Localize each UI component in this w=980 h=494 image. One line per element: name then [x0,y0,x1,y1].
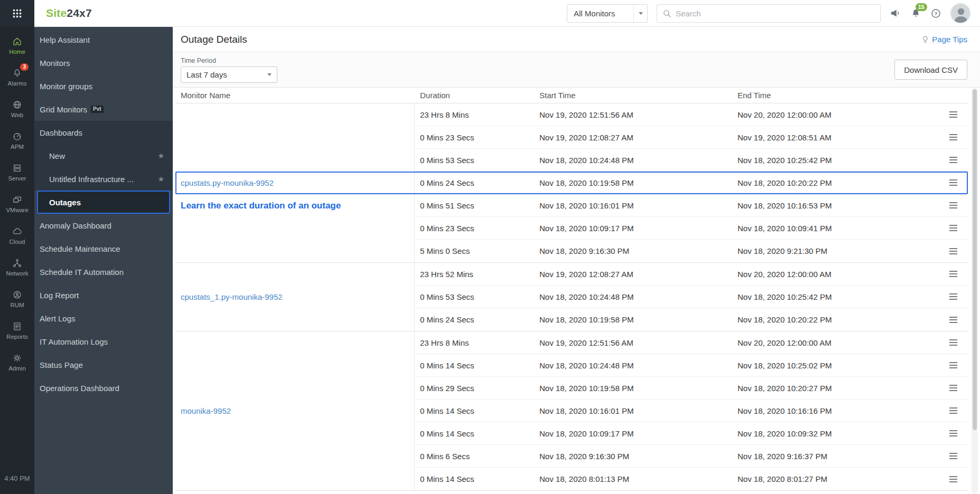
sidebar-item-label: IT Automation Logs [40,337,108,346]
row-menu-button[interactable] [949,246,957,256]
row-menu-button[interactable] [949,429,957,438]
end-time-cell: Nov 18, 2020 9:16:37 PM [732,452,930,461]
row-menu-cell [930,474,968,484]
row-menu-button[interactable] [949,223,957,233]
icon-rail: Home3AlarmsWebAPMServerVMwareCloudNetwor… [0,27,34,494]
rail-item-web[interactable]: Web [0,93,34,125]
row-menu-button[interactable] [949,338,957,347]
monitor-group-cpustats-py-mounika-9952: cpustats.py-mounika-995223 Hrs 8 MinsNov… [175,103,968,263]
monitor-filter-dropdown[interactable]: All Monitors [567,4,648,23]
rail-item-reports[interactable]: Reports [0,315,34,346]
start-time-cell: Nov 19, 2020 12:51:56 AM [534,110,732,119]
row-menu-cell [930,155,968,165]
row-menu-cell [930,110,968,119]
sidebar-item-untitled-infrastructure[interactable]: Untitled Infrastructure ...★ [34,167,173,191]
end-time-cell: Nov 18, 2020 8:01:27 PM [732,474,930,483]
monitor-link[interactable]: mounika-9952 [181,406,231,415]
row-menu-button[interactable] [949,178,957,187]
row-menu-button[interactable] [949,132,957,142]
end-time-cell: Nov 20, 2020 12:00:00 AM [732,110,930,119]
sidebar-item-schedule-maintenance[interactable]: Schedule Maintenance [34,237,173,260]
monitor-link[interactable]: cpustats.py-mounika-9952 [181,178,274,187]
end-time-cell: Nov 18, 2020 10:20:22 PM [732,315,930,324]
sidebar-item-status-page[interactable]: Status Page [34,353,173,376]
sidebar-item-grid-monitors[interactable]: Grid MonitorsPvt [34,98,173,121]
svg-text:?: ? [935,11,938,16]
sidebar-item-monitor-groups[interactable]: Monitor groups [34,74,173,98]
rail-item-rum[interactable]: RUM [0,283,34,315]
sidebar-item-anomaly-dashboard[interactable]: Anomaly Dashboard [34,214,173,237]
outage-row: 0 Mins 24 SecsNov 18, 2020 10:19:58 PMNo… [415,172,968,194]
monitor-link[interactable]: cpustats_1.py-mounika-9952 [181,292,283,301]
download-csv-button[interactable]: Download CSV [894,60,967,80]
row-menu-button[interactable] [949,292,957,301]
user-avatar[interactable] [950,3,970,23]
sidebar-item-help-assistant[interactable]: Help Assistant [34,28,173,51]
row-menu-cell [930,132,968,142]
rail-item-cloud[interactable]: Cloud [0,220,34,251]
logo-text-green: Site [46,7,67,19]
end-time-cell: Nov 18, 2020 10:09:32 PM [732,429,930,438]
app-launcher-button[interactable] [0,0,34,27]
sidebar-item-dashboards[interactable]: Dashboards [34,121,173,144]
outage-row: 0 Mins 23 SecsNov 18, 2020 10:09:17 PMNo… [415,217,968,240]
row-menu-button[interactable] [949,474,957,484]
end-time-cell: Nov 18, 2020 10:20:27 PM [732,384,930,393]
row-menu-button[interactable] [949,155,957,165]
sidebar-item-new[interactable]: New★ [34,144,173,167]
sidebar-item-log-report[interactable]: Log Report [34,283,173,307]
start-time-cell: Nov 19, 2020 12:08:27 AM [534,133,732,142]
rail-item-alarms[interactable]: 3Alarms [0,61,34,93]
monitor-group-mounika-9952: mounika-995223 Hrs 8 MinsNov 19, 2020 12… [175,331,968,491]
megaphone-icon[interactable] [890,7,901,19]
current-time: 4:40 PM [0,474,34,482]
row-menu-cell [930,383,968,393]
page-tips-link[interactable]: Page Tips [921,35,967,44]
sidebar-item-schedule-it-automation[interactable]: Schedule IT Automation [34,260,173,283]
row-menu-button[interactable] [949,406,957,415]
sidebar-item-outages[interactable]: Outages [37,191,170,214]
rail-item-server[interactable]: Server [0,156,34,188]
rum-icon [12,290,22,300]
sidebar-item-alert-logs[interactable]: Alert Logs [34,307,173,330]
search-input[interactable] [676,9,880,18]
end-time-cell: Nov 18, 2020 10:16:53 PM [732,201,930,210]
outage-row: 0 Mins 29 SecsNov 18, 2020 10:19:58 PMNo… [415,377,968,400]
sidebar-item-label: Monitor groups [40,82,92,91]
rail-item-network[interactable]: Network [0,251,34,283]
start-time-cell: Nov 19, 2020 12:08:27 AM [534,270,732,279]
end-time-cell: Nov 18, 2020 10:20:22 PM [732,178,930,187]
rail-item-apm[interactable]: APM [0,125,34,156]
outage-row: 0 Mins 53 SecsNov 18, 2020 10:24:48 PMNo… [415,286,968,308]
row-menu-cell [930,223,968,233]
outage-row: 0 Mins 24 SecsNov 18, 2020 10:19:58 PMNo… [415,308,968,331]
notifications-button[interactable]: 15 [910,8,921,19]
start-time-cell: Nov 19, 2020 12:51:56 AM [534,338,732,347]
row-menu-button[interactable] [949,269,957,279]
row-menu-button[interactable] [949,383,957,393]
row-menu-button[interactable] [949,360,957,370]
scrollbar-thumb[interactable] [973,89,977,430]
gauge-icon [12,131,22,141]
rail-item-home[interactable]: Home [0,30,34,61]
help-icon[interactable]: ? [930,8,941,19]
sidebar-item-label: Grid Monitors [40,105,87,114]
row-menu-button[interactable] [949,315,957,325]
sidebar-item-it-automation-logs[interactable]: IT Automation Logs [34,330,173,353]
rail-item-admin[interactable]: Admin [0,346,34,378]
sidebar-item-monitors[interactable]: Monitors [34,51,173,74]
favorite-star-icon[interactable]: ★ [157,175,164,183]
start-time-cell: Nov 18, 2020 10:16:01 PM [534,201,732,210]
sidebar-item-operations-dashboard[interactable]: Operations Dashboard [34,376,173,400]
row-menu-button[interactable] [949,110,957,119]
favorite-star-icon[interactable]: ★ [157,151,164,160]
duration-cell: 0 Mins 14 Secs [415,361,534,370]
row-menu-button[interactable] [949,451,957,461]
page-title: Outage Details [181,34,247,45]
scrollbar[interactable] [972,88,978,494]
time-period-dropdown[interactable]: Last 7 days [181,66,277,83]
row-menu-button[interactable] [949,201,957,210]
rail-item-label: Reports [6,334,27,340]
start-time-cell: Nov 18, 2020 8:01:13 PM [534,474,732,483]
rail-item-vmware[interactable]: VMware [0,188,34,220]
